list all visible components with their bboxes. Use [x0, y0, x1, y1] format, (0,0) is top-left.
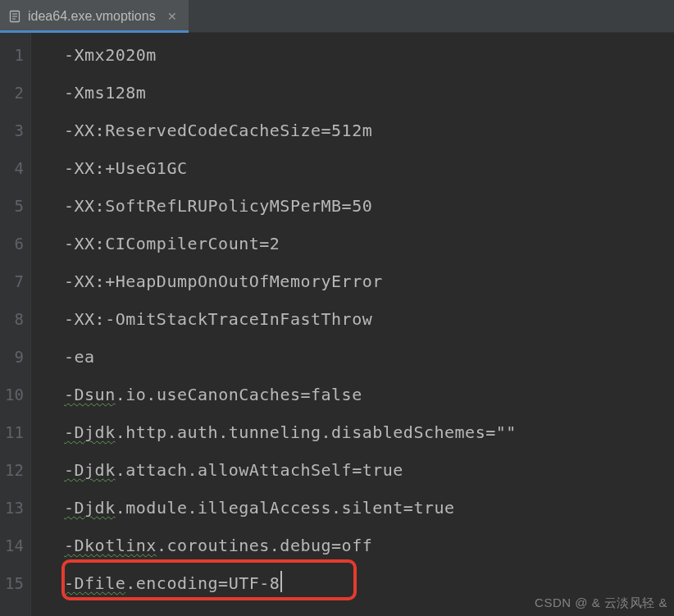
- code-text: .module.illegalAccess.silent=true: [116, 498, 455, 518]
- code-text: -ea: [64, 347, 95, 367]
- line-number: 7: [0, 262, 24, 300]
- line-number: 5: [0, 187, 24, 225]
- line-number: 1: [0, 36, 24, 74]
- code-line[interactable]: -Dsun.io.useCanonCaches=false: [64, 376, 674, 413]
- code-line[interactable]: -Djdk.attach.allowAttachSelf=true: [64, 451, 674, 489]
- code-line[interactable]: -Xms128m: [64, 74, 674, 112]
- typo-squiggle: -Djdk: [64, 460, 116, 480]
- code-text: -Xms128m: [64, 83, 146, 103]
- typo-squiggle: -Djdk: [64, 422, 116, 442]
- file-tab[interactable]: idea64.exe.vmoptions ✕: [0, 0, 189, 32]
- text-file-icon: [8, 10, 21, 23]
- line-number: 14: [0, 527, 24, 564]
- code-area[interactable]: -Xmx2020m-Xms128m-XX:ReservedCodeCacheSi…: [64, 33, 674, 616]
- line-number: 8: [0, 300, 24, 338]
- editor[interactable]: 123456789101112131415 -Xmx2020m-Xms128m-…: [0, 33, 674, 616]
- code-line[interactable]: -Dkotlinx.coroutines.debug=off: [64, 527, 674, 564]
- text-caret: [280, 571, 282, 592]
- line-number: 10: [0, 376, 24, 413]
- code-text: -XX:+HeapDumpOnOutOfMemoryError: [64, 271, 383, 291]
- line-number: 15: [0, 564, 24, 602]
- line-number: 4: [0, 149, 24, 187]
- code-text: -XX:SoftRefLRUPolicyMSPerMB=50: [64, 196, 372, 216]
- watermark-text: CSDN @ & 云淡风轻 &: [535, 595, 667, 611]
- code-text: .io.useCanonCaches=false: [116, 385, 362, 404]
- gutter-gap: [31, 33, 64, 616]
- line-number: 13: [0, 489, 24, 527]
- tab-bar: idea64.exe.vmoptions ✕: [0, 0, 674, 33]
- code-line[interactable]: -XX:ReservedCodeCacheSize=512m: [64, 112, 674, 149]
- typo-squiggle: -Dkotlinx: [64, 536, 157, 555]
- line-number: 11: [0, 413, 24, 451]
- code-line[interactable]: -Djdk.http.auth.tunneling.disabledScheme…: [64, 413, 674, 451]
- typo-squiggle: -Dfile: [64, 573, 125, 593]
- line-number-gutter: 123456789101112131415: [0, 33, 31, 616]
- code-text: -XX:+UseG1GC: [64, 158, 188, 178]
- code-line[interactable]: -XX:+UseG1GC: [64, 149, 674, 187]
- code-text: -XX:-OmitStackTraceInFastThrow: [64, 309, 372, 329]
- code-text: .attach.allowAttachSelf=true: [116, 460, 403, 480]
- code-text: .http.auth.tunneling.disabledSchemes="": [116, 422, 517, 442]
- code-line[interactable]: -XX:-OmitStackTraceInFastThrow: [64, 300, 674, 338]
- code-text: -Xmx2020m: [64, 45, 157, 65]
- code-text: -XX:CICompilerCount=2: [64, 234, 280, 253]
- line-number: 3: [0, 112, 24, 149]
- code-line[interactable]: -XX:+HeapDumpOnOutOfMemoryError: [64, 262, 674, 300]
- code-text: .coroutines.debug=off: [157, 536, 372, 555]
- code-line[interactable]: -XX:SoftRefLRUPolicyMSPerMB=50: [64, 187, 674, 225]
- code-line[interactable]: -Xmx2020m: [64, 36, 674, 74]
- code-line[interactable]: -Djdk.module.illegalAccess.silent=true: [64, 489, 674, 527]
- line-number: 12: [0, 451, 24, 489]
- code-text: -XX:ReservedCodeCacheSize=512m: [64, 121, 372, 140]
- typo-squiggle: -Dsun: [64, 385, 116, 404]
- line-number: 6: [0, 225, 24, 262]
- line-number: 9: [0, 338, 24, 376]
- close-icon[interactable]: ✕: [167, 11, 177, 22]
- code-text: .encoding=UTF-8: [125, 573, 280, 593]
- typo-squiggle: -Djdk: [64, 498, 116, 518]
- code-line[interactable]: -ea: [64, 338, 674, 376]
- line-number: 2: [0, 74, 24, 112]
- tab-filename: idea64.exe.vmoptions: [28, 9, 156, 24]
- code-line[interactable]: -XX:CICompilerCount=2: [64, 225, 674, 262]
